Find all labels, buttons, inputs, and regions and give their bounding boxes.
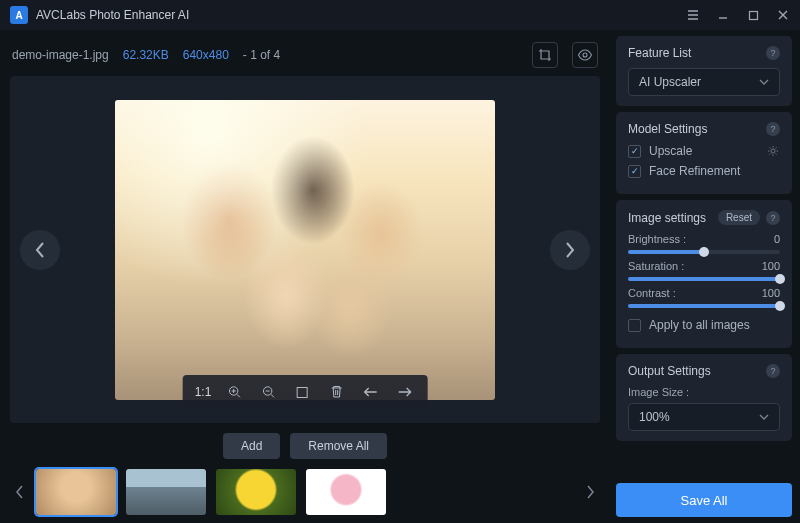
zoom-ratio-button[interactable]: 1:1 <box>195 385 212 399</box>
model-settings-title: Model Settings <box>628 122 707 136</box>
contrast-label: Contrast : <box>628 287 676 299</box>
upscale-checkbox[interactable] <box>628 145 641 158</box>
thumbnail-2[interactable] <box>126 469 206 515</box>
menu-icon[interactable] <box>686 8 700 22</box>
file-dimensions: 640x480 <box>183 48 229 62</box>
thumbs-next-button[interactable] <box>582 472 598 512</box>
brightness-knob[interactable] <box>699 247 709 257</box>
zoom-out-icon[interactable] <box>257 381 279 403</box>
remove-all-button[interactable]: Remove All <box>290 433 387 459</box>
file-size: 62.32KB <box>123 48 169 62</box>
thumbs-prev-button[interactable] <box>12 472 28 512</box>
crop-button[interactable] <box>532 42 558 68</box>
add-button[interactable]: Add <box>223 433 280 459</box>
fit-icon[interactable] <box>291 381 313 403</box>
image-size-label: Image Size : <box>628 386 780 398</box>
brightness-slider[interactable] <box>628 250 780 254</box>
thumbnail-1[interactable] <box>36 469 116 515</box>
help-icon[interactable]: ? <box>766 211 780 225</box>
app-logo: A <box>10 6 28 24</box>
close-icon[interactable] <box>776 8 790 22</box>
preview-button[interactable] <box>572 42 598 68</box>
file-count: - 1 of 4 <box>243 48 280 62</box>
title-bar: A AVCLabs Photo Enhancer AI <box>0 0 800 30</box>
app-title: AVCLabs Photo Enhancer AI <box>36 8 686 22</box>
saturation-slider[interactable] <box>628 277 780 281</box>
thumbnail-strip <box>10 467 600 517</box>
next-image-button[interactable] <box>550 230 590 270</box>
contrast-slider[interactable] <box>628 304 780 308</box>
output-settings-panel: Output Settings ? Image Size : 100% <box>616 354 792 441</box>
zoom-in-icon[interactable] <box>223 381 245 403</box>
saturation-label: Saturation : <box>628 260 684 272</box>
delete-icon[interactable] <box>325 381 347 403</box>
main-image <box>115 100 495 400</box>
apply-all-checkbox[interactable] <box>628 319 641 332</box>
upscale-label: Upscale <box>649 144 692 158</box>
minimize-icon[interactable] <box>716 8 730 22</box>
help-icon[interactable]: ? <box>766 364 780 378</box>
contrast-value: 100 <box>762 287 780 299</box>
face-refinement-checkbox[interactable] <box>628 165 641 178</box>
main-area: demo-image-1.jpg 62.32KB 640x480 - 1 of … <box>0 30 610 523</box>
image-settings-panel: Image settings Reset ? Brightness : 0 <box>616 200 792 348</box>
chevron-down-icon <box>759 414 769 420</box>
image-settings-title: Image settings <box>628 211 706 225</box>
svg-rect-0 <box>749 11 757 19</box>
help-icon[interactable]: ? <box>766 46 780 60</box>
svg-rect-4 <box>297 387 307 397</box>
feature-select[interactable]: AI Upscaler <box>628 68 780 96</box>
saturation-value: 100 <box>762 260 780 272</box>
apply-all-label: Apply to all images <box>649 318 750 332</box>
file-name: demo-image-1.jpg <box>12 48 109 62</box>
brightness-value: 0 <box>774 233 780 245</box>
help-icon[interactable]: ? <box>766 122 780 136</box>
prev-image-button[interactable] <box>20 230 60 270</box>
maximize-icon[interactable] <box>746 8 760 22</box>
file-info-bar: demo-image-1.jpg 62.32KB 640x480 - 1 of … <box>10 38 600 76</box>
gear-icon[interactable] <box>767 145 780 158</box>
saturation-knob[interactable] <box>775 274 785 284</box>
reset-button[interactable]: Reset <box>718 210 760 225</box>
redo-arrow-icon[interactable] <box>393 381 415 403</box>
image-size-select[interactable]: 100% <box>628 403 780 431</box>
model-settings-panel: Model Settings ? Upscale Face Refinement <box>616 112 792 194</box>
image-toolbar: 1:1 <box>183 375 428 409</box>
side-panel: Feature List ? AI Upscaler Model Setting… <box>610 30 800 523</box>
face-refinement-label: Face Refinement <box>649 164 740 178</box>
save-all-button[interactable]: Save All <box>616 483 792 517</box>
output-settings-title: Output Settings <box>628 364 711 378</box>
image-size-value: 100% <box>639 410 670 424</box>
contrast-fill <box>628 304 780 308</box>
feature-list-panel: Feature List ? AI Upscaler <box>616 36 792 106</box>
undo-arrow-icon[interactable] <box>359 381 381 403</box>
brightness-label: Brightness : <box>628 233 686 245</box>
svg-point-1 <box>583 53 587 57</box>
feature-list-title: Feature List <box>628 46 691 60</box>
contrast-knob[interactable] <box>775 301 785 311</box>
feature-select-value: AI Upscaler <box>639 75 701 89</box>
thumbnail-4[interactable] <box>306 469 386 515</box>
saturation-fill <box>628 277 780 281</box>
thumbnail-3[interactable] <box>216 469 296 515</box>
image-viewer: 1:1 <box>10 76 600 423</box>
brightness-fill <box>628 250 704 254</box>
chevron-down-icon <box>759 79 769 85</box>
svg-point-5 <box>771 149 775 153</box>
